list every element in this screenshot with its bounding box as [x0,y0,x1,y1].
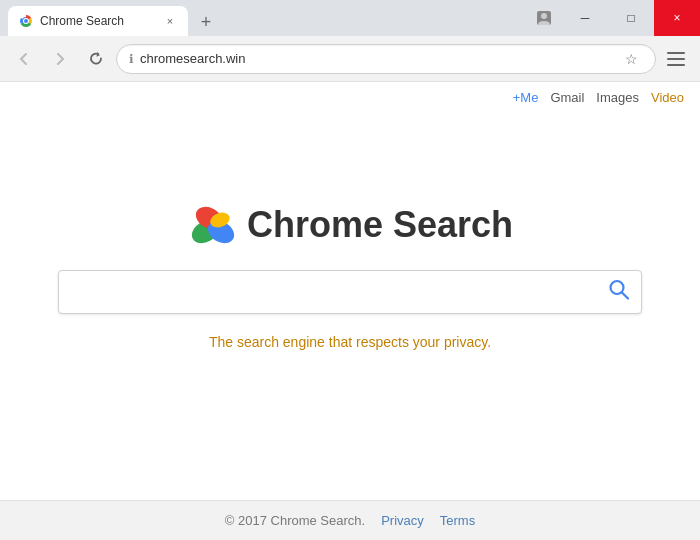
chrome-menu-button[interactable] [660,43,692,75]
bookmark-star-icon[interactable]: ☆ [619,47,643,71]
search-main: Chrome Search The search engine that res… [0,109,700,500]
address-bar[interactable]: ℹ chromesearch.win ☆ [116,44,656,74]
window-controls: ─ □ × [526,0,700,36]
logo-area: Chrome Search [187,200,513,250]
top-links: +Me Gmail Images Video [0,82,700,109]
profile-button[interactable] [526,0,562,36]
svg-rect-8 [667,64,685,66]
chrome-search-logo-icon [187,200,237,250]
reload-button[interactable] [80,43,112,75]
page-content: +Me Gmail Images Video [0,82,700,540]
minimize-button[interactable]: ─ [562,0,608,36]
tagline: The search engine that respects your pri… [209,334,491,350]
svg-line-14 [622,292,628,298]
logo-text: Chrome Search [247,204,513,246]
tab-title: Chrome Search [40,14,156,28]
svg-point-4 [541,13,547,19]
top-link-video[interactable]: Video [651,90,684,105]
window-frame: Chrome Search × + ─ □ × [0,0,700,540]
maximize-button[interactable]: □ [608,0,654,36]
footer: © 2017 Chrome Search. Privacy Terms [0,500,700,540]
back-button[interactable] [8,43,40,75]
info-icon: ℹ [129,52,134,66]
search-button[interactable] [608,278,630,305]
tab-favicon [18,13,34,29]
footer-privacy-link[interactable]: Privacy [381,513,424,528]
forward-button[interactable] [44,43,76,75]
address-text: chromesearch.win [140,51,613,66]
menu-icon [667,52,685,66]
top-link-me[interactable]: +Me [513,90,539,105]
search-box-wrapper [58,270,642,314]
active-tab[interactable]: Chrome Search × [8,6,188,36]
new-tab-button[interactable]: + [192,8,220,36]
top-link-gmail[interactable]: Gmail [550,90,584,105]
svg-point-2 [24,19,28,23]
footer-copyright: © 2017 Chrome Search. [225,513,365,528]
svg-marker-5 [96,52,100,57]
navigation-bar: ℹ chromesearch.win ☆ [0,36,700,82]
footer-terms-link[interactable]: Terms [440,513,475,528]
search-icon [608,278,630,300]
tab-close-button[interactable]: × [162,13,178,29]
back-icon [17,52,31,66]
reload-icon [89,51,104,66]
forward-icon [53,52,67,66]
svg-rect-7 [667,58,685,60]
logo-text-regular: Chrome [247,204,393,245]
search-input[interactable] [58,270,642,314]
tab-area: Chrome Search × + [0,0,526,36]
top-link-images[interactable]: Images [596,90,639,105]
logo-text-bold: Search [393,204,513,245]
title-bar: Chrome Search × + ─ □ × [0,0,700,36]
profile-icon [535,9,553,27]
svg-rect-6 [667,52,685,54]
close-button[interactable]: × [654,0,700,36]
